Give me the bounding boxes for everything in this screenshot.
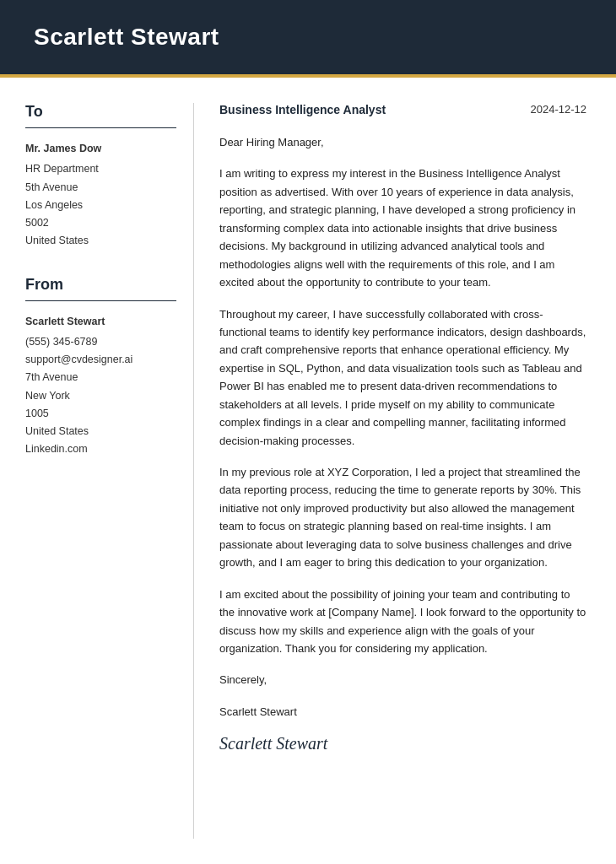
letter-header: Business Intelligence Analyst 2024-12-12 <box>219 103 586 116</box>
recipient-name: Mr. James Dow <box>25 140 176 158</box>
from-label: From <box>25 276 176 294</box>
page: Scarlett Stewart To Mr. James Dow HR Dep… <box>0 0 616 864</box>
sender-website: Linkedin.com <box>25 440 176 458</box>
sender-address: 7th Avenue <box>25 369 176 386</box>
sender-name: Scarlett Stewart <box>25 313 176 331</box>
to-label: To <box>25 103 176 121</box>
to-section: To Mr. James Dow HR Department 5th Avenu… <box>25 103 176 251</box>
to-city: Los Angeles <box>25 197 176 214</box>
sender-city: New York <box>25 387 176 405</box>
to-divider <box>25 127 176 128</box>
to-zip: 5002 <box>25 214 176 232</box>
from-section: From Scarlett Stewart (555) 345-6789 sup… <box>25 276 176 459</box>
letter-paragraph1: I am writing to express my interest in t… <box>219 165 586 291</box>
letter-signature: Scarlett Stewart <box>219 734 586 753</box>
letter-greeting: Dear Hiring Manager, <box>219 133 586 151</box>
sender-email: support@cvdesigner.ai <box>25 351 176 369</box>
to-line1: HR Department <box>25 160 176 178</box>
to-country: United States <box>25 232 176 250</box>
sender-zip: 1005 <box>25 405 176 423</box>
sender-country: United States <box>25 423 176 440</box>
letter-date: 2024-12-12 <box>531 103 587 116</box>
header-name: Scarlett Stewart <box>34 24 582 51</box>
letter-closing: Sincerely, <box>219 671 586 688</box>
header: Scarlett Stewart <box>0 0 616 74</box>
right-panel: Business Intelligence Analyst 2024-12-12… <box>194 103 616 839</box>
sender-phone: (555) 345-6789 <box>25 333 176 351</box>
letter-closing-name: Scarlett Stewart <box>219 703 586 721</box>
letter-paragraph4: I am excited about the possibility of jo… <box>219 586 586 658</box>
to-line2: 5th Avenue <box>25 179 176 197</box>
main-content: To Mr. James Dow HR Department 5th Avenu… <box>0 78 616 864</box>
letter-paragraph2: Throughout my career, I have successfull… <box>219 305 586 451</box>
left-panel: To Mr. James Dow HR Department 5th Avenu… <box>0 103 194 839</box>
letter-body: Dear Hiring Manager, I am writing to exp… <box>219 133 586 753</box>
job-title: Business Intelligence Analyst <box>219 103 386 116</box>
from-divider <box>25 300 176 301</box>
letter-paragraph3: In my previous role at XYZ Corporation, … <box>219 463 586 572</box>
